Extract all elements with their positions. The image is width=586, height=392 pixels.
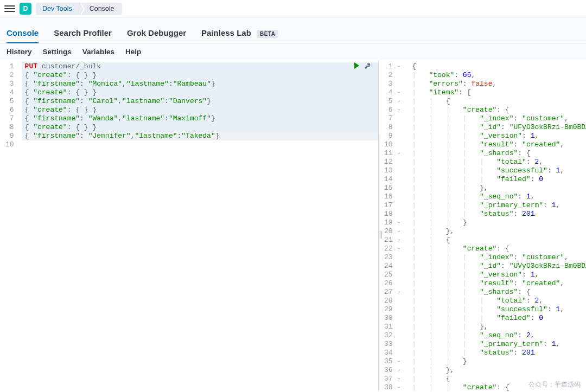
request-code[interactable]: PUT customer/_bulk{ "create": { } }{ "fi… xyxy=(18,60,378,391)
breadcrumb-item-devtools[interactable]: Dev Tools xyxy=(36,3,80,15)
watermark-text: 公众号：芋道源码 xyxy=(528,380,581,389)
tab-search-profiler[interactable]: Search Profiler xyxy=(54,24,112,43)
tab-painless-lab[interactable]: Painless Lab BETA xyxy=(201,24,278,43)
editor-area: 12345678910 PUT customer/_bulk{ "create"… xyxy=(0,60,586,391)
request-editor[interactable]: 12345678910 PUT customer/_bulk{ "create"… xyxy=(0,60,378,391)
console-subtabs: History Settings Variables Help xyxy=(0,43,586,60)
request-panel: 12345678910 PUT customer/_bulk{ "create"… xyxy=(0,60,379,391)
tab-painless-lab-label: Painless Lab xyxy=(201,28,251,37)
splitter-handle-icon[interactable]: ‖ xyxy=(379,226,383,242)
breadcrumb-item-console[interactable]: Console xyxy=(80,3,122,15)
response-panel: ‖ 1 - 2 3 4 - 5 - 6 - 7 8 9 10 11 -12 13… xyxy=(379,60,586,391)
subtab-variables[interactable]: Variables xyxy=(82,48,114,56)
hamburger-menu-icon[interactable] xyxy=(4,3,15,14)
request-gutter: 12345678910 xyxy=(0,60,18,391)
subtab-history[interactable]: History xyxy=(7,48,32,56)
main-tabs: Console Search Profiler Grok Debugger Pa… xyxy=(0,17,586,43)
response-viewer[interactable]: 1 - 2 3 4 - 5 - 6 - 7 8 9 10 11 -12 13 1… xyxy=(379,60,586,391)
response-gutter: 1 - 2 3 4 - 5 - 6 - 7 8 9 10 11 -12 13 1… xyxy=(379,60,405,391)
tab-grok-debugger[interactable]: Grok Debugger xyxy=(127,24,186,43)
top-bar: D Dev Tools Console xyxy=(0,0,586,17)
tab-console[interactable]: Console xyxy=(7,24,39,43)
breadcrumb: Dev Tools Console xyxy=(36,3,122,15)
subtab-help[interactable]: Help xyxy=(125,48,141,56)
run-icon[interactable] xyxy=(352,61,361,70)
app-logo-badge[interactable]: D xyxy=(20,3,31,15)
wrench-icon[interactable] xyxy=(364,61,373,70)
beta-badge: BETA xyxy=(257,30,278,38)
request-action-icons xyxy=(352,61,373,70)
response-code: {| "took": 66,| "errors": false,| "items… xyxy=(405,60,586,391)
subtab-settings[interactable]: Settings xyxy=(43,48,72,56)
